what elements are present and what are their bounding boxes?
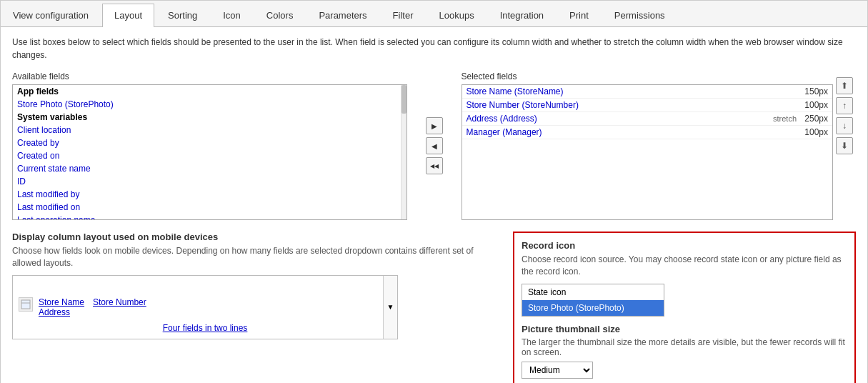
field-width: 100px (799, 100, 828, 110)
preview-field-store-number[interactable]: Store Number (93, 297, 146, 307)
field-stretch: stretch (773, 114, 797, 123)
record-icon-title: Record icon (522, 240, 847, 251)
dropdown-option-state-icon[interactable]: State icon (522, 284, 664, 300)
thumbnail-section: Picture thumbnail size The larger the th… (522, 324, 847, 379)
move-top-button[interactable]: ⬆ (836, 77, 853, 94)
field-name[interactable]: Store Number (StoreNumber) (467, 100, 797, 110)
tab-filter[interactable]: Filter (381, 4, 426, 26)
description-text: Use list boxes below to select which fie… (12, 36, 856, 61)
move-bottom-button[interactable]: ⬇ (836, 137, 853, 154)
tab-colors[interactable]: Colors (254, 4, 306, 26)
list-item[interactable]: Created on (13, 149, 406, 162)
list-item[interactable]: Current state name (13, 162, 406, 175)
table-row[interactable]: Store Name (StoreName) 150px (462, 85, 833, 99)
mobile-section-title: Display column layout used on mobile dev… (12, 232, 499, 242)
thumbnail-select[interactable]: Small Medium Large (522, 362, 847, 379)
sort-buttons: ⬆ ↑ ↓ ⬇ (833, 71, 856, 220)
layout-content: Use list boxes below to select which fie… (1, 27, 867, 383)
tab-print[interactable]: Print (557, 4, 601, 26)
selected-fields-list[interactable]: Store Name (StoreName) 150px Store Numbe… (462, 84, 834, 220)
record-icon-section: Record icon Choose record icon source. Y… (513, 232, 856, 383)
available-fields-section: Available fields App fields Store Photo … (12, 71, 407, 220)
list-item[interactable]: Created by (13, 136, 406, 149)
field-width: 100px (799, 127, 828, 137)
mobile-dropdown-arrow[interactable]: ▼ (383, 276, 397, 339)
thumbnail-dropdown[interactable]: Small Medium Large (522, 362, 593, 379)
move-left-button[interactable]: ◀ (426, 137, 443, 154)
tab-parameters[interactable]: Parameters (306, 4, 379, 26)
tab-bar: View configuration Layout Sorting Icon C… (1, 1, 867, 27)
available-fields-label: Available fields (12, 71, 407, 81)
tab-layout[interactable]: Layout (102, 4, 154, 27)
selected-fields-section: Selected fields Store Name (StoreName) 1… (462, 71, 857, 220)
list-item[interactable]: ID (13, 175, 406, 188)
list-item[interactable]: System variables (13, 111, 406, 124)
thumbnail-title: Picture thumbnail size (522, 324, 847, 334)
tab-permissions[interactable]: Permissions (602, 4, 677, 26)
mobile-section: Display column layout used on mobile dev… (12, 232, 499, 383)
tab-icon[interactable]: Icon (211, 4, 253, 26)
scrollbar[interactable] (401, 85, 406, 219)
table-row[interactable]: Address (Address) stretch 250px (462, 112, 833, 126)
field-width: 250px (799, 114, 828, 124)
fields-container: Available fields App fields Store Photo … (12, 71, 856, 220)
thumbnail-desc: The larger the thumbnail size the more d… (522, 337, 847, 357)
list-item[interactable]: App fields (13, 85, 406, 98)
selected-fields-wrapper: Selected fields Store Name (StoreName) 1… (462, 71, 834, 220)
preview-content: Store Name Store Number Address (19, 297, 146, 317)
tab-integration[interactable]: Integration (488, 4, 556, 26)
selected-fields-label: Selected fields (462, 71, 834, 81)
layout-label[interactable]: Four fields in two lines (163, 323, 248, 333)
svg-rect-0 (21, 300, 30, 309)
available-fields-list[interactable]: App fields Store Photo (StorePhoto) Syst… (12, 84, 407, 220)
tab-sorting[interactable]: Sorting (156, 4, 209, 26)
preview-icon (19, 297, 33, 312)
dropdown-option-store-photo[interactable]: Store Photo (StorePhoto) (522, 300, 664, 316)
field-name[interactable]: Address (Address) (467, 114, 773, 124)
list-item[interactable]: Last modified on (13, 201, 406, 214)
mobile-preview: Store Name Store Number Address Four fie… (12, 275, 398, 339)
mobile-section-desc: Choose how fields look on mobile devices… (12, 245, 499, 269)
move-up-button[interactable]: ↑ (836, 97, 853, 114)
list-item[interactable]: Client location (13, 124, 406, 136)
preview-field-store-name[interactable]: Store Name (39, 297, 84, 307)
field-name[interactable]: Store Name (StoreName) (467, 86, 797, 96)
preview-fields: Store Name Store Number Address (39, 297, 146, 317)
move-right-button[interactable]: ▶ (426, 117, 443, 134)
record-icon-dropdown[interactable]: State icon Store Photo (StorePhoto) (522, 284, 664, 317)
move-all-left-button[interactable]: ◀◀ (426, 157, 443, 174)
main-container: View configuration Layout Sorting Icon C… (0, 0, 868, 383)
bottom-container: Display column layout used on mobile dev… (12, 232, 856, 383)
transfer-buttons: ▶ ◀ ◀◀ (421, 71, 447, 220)
dropdown-open[interactable]: State icon Store Photo (StorePhoto) (522, 284, 664, 317)
scrollbar-thumb[interactable] (401, 85, 406, 114)
preview-field-address[interactable]: Address (39, 307, 146, 317)
tab-lookups[interactable]: Lookups (427, 4, 487, 26)
tab-view-configuration[interactable]: View configuration (1, 4, 101, 26)
table-row[interactable]: Store Number (StoreNumber) 100px (462, 99, 833, 112)
field-width: 150px (799, 86, 828, 96)
list-item[interactable]: Store Photo (StorePhoto) (13, 98, 406, 111)
field-name[interactable]: Manager (Manager) (467, 127, 797, 137)
list-item[interactable]: Last operation name (13, 214, 406, 220)
table-row[interactable]: Manager (Manager) 100px (462, 126, 833, 139)
record-icon-desc: Choose record icon source. You may choos… (522, 254, 847, 278)
list-item[interactable]: Last modified by (13, 188, 406, 201)
move-down-button[interactable]: ↓ (836, 117, 853, 134)
